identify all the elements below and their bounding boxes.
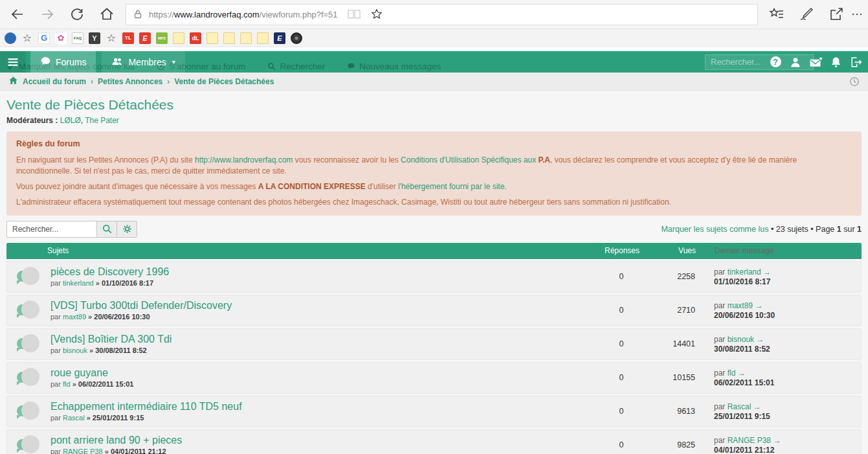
breadcrumb-separator: › [167, 77, 170, 86]
favorite-wheel-icon[interactable] [291, 32, 302, 44]
favorite-flower-icon[interactable]: ✿ [55, 32, 67, 44]
topic-author-link[interactable]: fld [63, 380, 71, 388]
hub-favorites-button[interactable] [762, 1, 792, 27]
topic-row: roue guyane par fld » 06/02/2011 15:01 0… [6, 362, 862, 394]
home-button[interactable] [92, 1, 122, 27]
goto-last-post-icon[interactable]: → [755, 301, 762, 310]
topic-author-link[interactable]: maxt89 [63, 313, 86, 321]
rules-paragraph-1: En naviguant sur les Petites Annonces (P… [16, 155, 852, 177]
notifications-bell-icon[interactable] [829, 55, 843, 69]
goto-last-post-icon[interactable]: → [773, 436, 781, 445]
help-icon[interactable]: ? [768, 55, 783, 69]
forward-button[interactable] [32, 1, 62, 27]
topic-count: • 23 sujets • Page [768, 225, 836, 234]
meta-by: par [50, 448, 61, 454]
topic-title-link[interactable]: Echappement intermédiaire 110 TD5 neuf [50, 401, 242, 413]
last-author-link[interactable]: tinkerland [728, 267, 761, 277]
moderator-link-1[interactable]: LØLØ [60, 116, 81, 125]
favorite-note-1-icon[interactable] [173, 32, 184, 44]
last-post-line: par maxt89 → [714, 301, 861, 310]
last-author-link[interactable]: fld [728, 369, 736, 378]
favorite-note-3-icon[interactable] [223, 32, 235, 44]
rules-hosting-link[interactable]: l'hébergement fourni par le site. [398, 182, 507, 191]
back-button[interactable] [3, 1, 32, 27]
favorite-google-icon[interactable]: G [38, 32, 50, 44]
refresh-button[interactable] [62, 1, 92, 27]
rules-bold-pa: P.A [539, 155, 550, 165]
topic-replies: 0 [583, 373, 660, 382]
rules-heading: Règles du forum [16, 139, 852, 150]
rules-text: Vous pouvez joindre autant d'images que … [16, 182, 258, 191]
last-author-link[interactable]: maxt89 [728, 301, 753, 310]
last-author-link[interactable]: Rascal [728, 402, 751, 411]
share-button[interactable] [821, 1, 851, 27]
rules-site-link[interactable]: http://www.landroverfaq.com [195, 155, 293, 165]
topic-title-link[interactable]: [VDS] Turbo 300tdi Defender/Discovery [50, 300, 232, 312]
tab-forums[interactable]: Forums [30, 51, 96, 73]
favorite-dark-y-icon[interactable]: Y [89, 32, 100, 44]
favorite-note-4-icon[interactable] [240, 32, 252, 44]
last-author-link[interactable]: RANGE P38 [728, 436, 771, 445]
favorite-star-2-icon[interactable]: ☆ [106, 32, 117, 44]
topic-search-input[interactable] [6, 221, 97, 238]
reading-view-icon[interactable] [347, 8, 361, 20]
goto-last-post-icon[interactable]: → [753, 402, 761, 411]
topic-date: 20/06/2016 10:30 [94, 313, 150, 321]
breadcrumb-current[interactable]: Vente de Pièces Détachées [174, 77, 274, 86]
user-icon[interactable] [788, 55, 803, 69]
topic-title-link[interactable]: roue guyane [50, 367, 133, 379]
favorite-star-icon[interactable]: ☆ [21, 32, 33, 44]
last-post-date: 25/01/2011 9:15 [714, 412, 861, 421]
logout-icon[interactable] [849, 55, 863, 69]
search-settings-button[interactable] [117, 221, 137, 238]
favorite-wrc-icon[interactable]: wrc [156, 32, 168, 44]
topic-row: [Vends] Boîtier DA 300 Tdi par bisnouk »… [6, 328, 862, 360]
meta-by: par [714, 436, 725, 445]
favorite-note-5-icon[interactable] [257, 32, 269, 44]
favorite-e-red-icon[interactable]: E [139, 32, 151, 44]
topic-title-link[interactable]: pont arriere land 90 + pieces [50, 435, 182, 446]
topic-author-link[interactable]: RANGE P38 [63, 448, 103, 454]
more-menu-button[interactable]: ⋯ [851, 1, 862, 27]
last-author-link[interactable]: bisnouk [728, 335, 754, 344]
goto-last-post-icon[interactable]: → [756, 335, 764, 344]
mark-topics-read-link[interactable]: Marquer les sujets comme lus [661, 225, 768, 234]
moderator-link-2[interactable]: The Pater [85, 116, 119, 125]
topic-author-link[interactable]: tinkerland [63, 279, 94, 287]
topic-author-link[interactable]: bisnouk [63, 346, 87, 354]
clock-icon[interactable] [849, 76, 860, 87]
topic-bubbles-icon [16, 267, 39, 286]
navbar-icons: ? [768, 51, 868, 73]
topic-last-message: par fld → 06/02/2011 15:01 [699, 369, 861, 387]
forum-rules-box: Règles du forum En naviguant sur les Pet… [6, 131, 862, 216]
home-icon[interactable] [8, 76, 18, 87]
meta-by: par [714, 267, 725, 277]
topic-author-link[interactable]: Rascal [63, 414, 85, 422]
tab-membres[interactable]: Membres ▾ [102, 51, 184, 73]
breadcrumb-petites-annonces[interactable]: Petites Annonces [98, 77, 162, 86]
favorite-note-2-icon[interactable] [206, 32, 218, 44]
topic-meta: par maxt89 » 20/06/2016 10:30 [50, 313, 232, 321]
favorite-blue-circle-icon[interactable] [5, 32, 16, 44]
meta-separator: » [89, 346, 93, 354]
topic-title-link[interactable]: [Vends] Boîtier DA 300 Tdi [50, 334, 172, 345]
topic-last-message: par Rascal → 25/01/2011 9:15 [699, 402, 861, 421]
favorite-star-icon[interactable] [370, 8, 383, 21]
favorite-tl-icon[interactable]: TL [122, 32, 134, 44]
topic-row: Echappement intermédiaire 110 TD5 neuf p… [6, 396, 862, 427]
goto-last-post-icon[interactable]: → [738, 369, 746, 378]
topic-title-link[interactable]: pièces de Discovery 1996 [50, 266, 169, 278]
messages-icon[interactable] [808, 55, 823, 69]
rules-conditions-link[interactable]: Conditions d'Utilisation Spécifiques aux [401, 155, 538, 165]
address-bar[interactable]: https://www.landroverfaq.com/viewforum.p… [126, 4, 758, 25]
goto-last-post-icon[interactable]: → [763, 267, 771, 277]
favorite-landroverfaq-icon[interactable]: FAQ [72, 32, 83, 44]
favorite-e-navy-icon[interactable]: E [274, 32, 285, 44]
topic-search-button[interactable] [97, 221, 117, 238]
favorite-dl-icon[interactable]: dL [190, 32, 201, 44]
rules-paragraph-2: Vous pouvez joindre autant d'images que … [16, 181, 852, 192]
web-notes-button[interactable] [792, 1, 821, 27]
menu-button[interactable] [0, 51, 26, 73]
breadcrumb-home[interactable]: Accueil du forum [23, 77, 86, 86]
topic-last-message: par RANGE P38 → 04/01/2011 21:12 [699, 436, 861, 454]
